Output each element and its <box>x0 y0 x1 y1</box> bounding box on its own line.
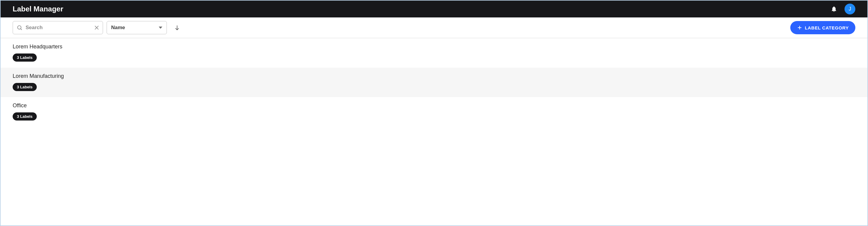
svg-point-0 <box>18 26 21 29</box>
category-name: Office <box>13 103 855 109</box>
avatar-initial: J <box>849 6 851 12</box>
clear-search-icon[interactable] <box>94 25 100 31</box>
notifications-icon[interactable] <box>831 6 837 12</box>
search-field-wrap <box>13 21 103 34</box>
sort-select-value: Name <box>111 25 125 31</box>
svg-line-1 <box>21 29 22 30</box>
category-name: Lorem Manufacturing <box>13 73 855 79</box>
sort-select[interactable]: Name <box>106 21 167 34</box>
sort-direction-button[interactable] <box>170 21 184 34</box>
category-name: Lorem Headquarters <box>13 44 855 50</box>
page-title: Label Manager <box>13 5 63 13</box>
search-icon <box>17 25 23 31</box>
label-count-badge: 3 Labels <box>13 83 37 91</box>
list-item[interactable]: Lorem Manufacturing 3 Labels <box>1 68 867 97</box>
add-label-category-button[interactable]: LABEL CATEGORY <box>790 21 855 34</box>
category-list: Lorem Headquarters 3 Labels Lorem Manufa… <box>1 38 867 126</box>
user-avatar[interactable]: J <box>844 4 855 14</box>
toolbar: Name LABEL CATEGORY <box>1 17 867 38</box>
search-input[interactable] <box>13 21 103 34</box>
plus-icon <box>797 25 802 30</box>
list-item[interactable]: Office 3 Labels <box>1 97 867 126</box>
header-actions: J <box>831 4 855 14</box>
chevron-down-icon <box>159 26 162 30</box>
app-header: Label Manager J <box>1 1 867 17</box>
label-count-badge: 3 Labels <box>13 112 37 120</box>
list-item[interactable]: Lorem Headquarters 3 Labels <box>1 38 867 68</box>
add-button-label: LABEL CATEGORY <box>805 25 849 30</box>
label-count-badge: 3 Labels <box>13 53 37 62</box>
